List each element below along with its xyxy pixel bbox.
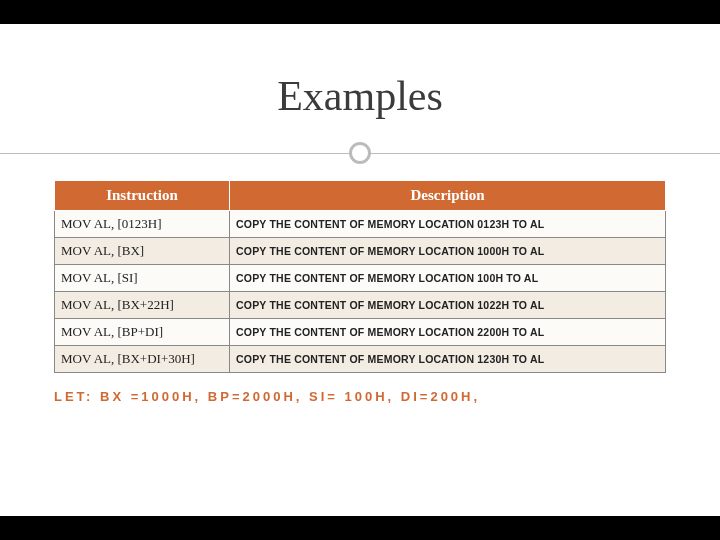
slide-title: Examples bbox=[0, 72, 720, 120]
header-instruction: Instruction bbox=[55, 181, 230, 211]
cell-instruction: MOV AL, [BX+DI+30H] bbox=[55, 346, 230, 373]
table-header-row: Instruction Description bbox=[55, 181, 666, 211]
footer-note: LET: BX =1000H, BP=2000H, SI= 100H, DI=2… bbox=[54, 389, 720, 404]
instruction-table: Instruction Description MOV AL, [0123H] … bbox=[54, 180, 666, 373]
slide: Examples Instruction Description MOV AL,… bbox=[0, 24, 720, 516]
table-row: MOV AL, [BP+DI] COPY THE CONTENT OF MEMO… bbox=[55, 319, 666, 346]
divider-circle-icon bbox=[349, 142, 371, 164]
table-row: MOV AL, [0123H] COPY THE CONTENT OF MEMO… bbox=[55, 211, 666, 238]
table-row: MOV AL, [SI] COPY THE CONTENT OF MEMORY … bbox=[55, 265, 666, 292]
cell-description: COPY THE CONTENT OF MEMORY LOCATION 100H… bbox=[230, 265, 666, 292]
header-description: Description bbox=[230, 181, 666, 211]
cell-instruction: MOV AL, [BX+22H] bbox=[55, 292, 230, 319]
table-row: MOV AL, [BX] COPY THE CONTENT OF MEMORY … bbox=[55, 238, 666, 265]
cell-description: COPY THE CONTENT OF MEMORY LOCATION 1022… bbox=[230, 292, 666, 319]
cell-description: COPY THE CONTENT OF MEMORY LOCATION 1230… bbox=[230, 346, 666, 373]
title-divider bbox=[0, 142, 720, 166]
cell-instruction: MOV AL, [BP+DI] bbox=[55, 319, 230, 346]
cell-description: COPY THE CONTENT OF MEMORY LOCATION 2200… bbox=[230, 319, 666, 346]
cell-description: COPY THE CONTENT OF MEMORY LOCATION 1000… bbox=[230, 238, 666, 265]
cell-description: COPY THE CONTENT OF MEMORY LOCATION 0123… bbox=[230, 211, 666, 238]
table-row: MOV AL, [BX+22H] COPY THE CONTENT OF MEM… bbox=[55, 292, 666, 319]
cell-instruction: MOV AL, [SI] bbox=[55, 265, 230, 292]
table-row: MOV AL, [BX+DI+30H] COPY THE CONTENT OF … bbox=[55, 346, 666, 373]
cell-instruction: MOV AL, [BX] bbox=[55, 238, 230, 265]
cell-instruction: MOV AL, [0123H] bbox=[55, 211, 230, 238]
